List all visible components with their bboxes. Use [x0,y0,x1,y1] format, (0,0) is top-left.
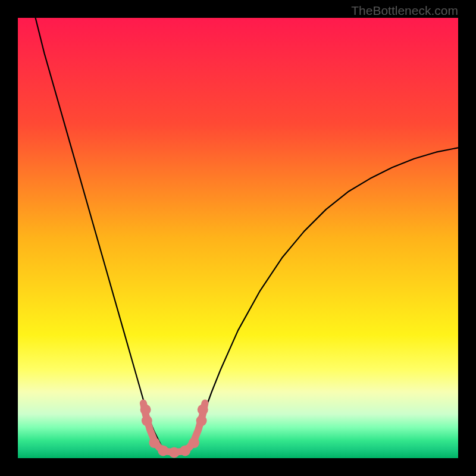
marker-dot [169,447,180,458]
plot-area [18,18,458,458]
marker-dot [180,445,190,456]
marker-dot [149,437,159,448]
series-right-branch [190,148,458,449]
watermark-text: TheBottleneck.com [351,4,458,18]
marker-dot [196,415,207,426]
marker-dot [142,415,152,426]
marker-dot [189,437,199,448]
curve-layer [18,18,458,458]
marker-dot [198,405,208,415]
series-left-branch [36,18,164,449]
chart-frame: TheBottleneck.com [0,0,476,476]
marker-dot [158,445,168,456]
marker-dot [140,405,151,415]
